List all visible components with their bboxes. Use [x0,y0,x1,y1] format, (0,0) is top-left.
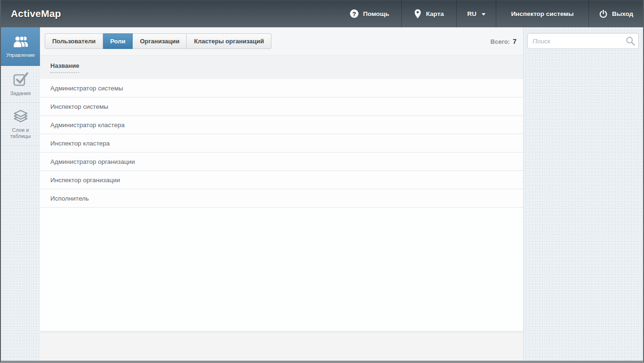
help-icon: ? [350,9,359,18]
table-footer [40,331,523,361]
search-box [527,33,639,49]
menu-label: Помощь [363,10,390,17]
main-panel: Пользователи Роли Организации Кластеры о… [40,27,524,361]
menu-item-help[interactable]: ? Помощь [337,0,401,27]
table-row[interactable]: Администратор организации [40,153,523,171]
total-value: 7 [513,38,517,45]
svg-text:?: ? [352,10,356,17]
table-row[interactable]: Инспектор кластера [40,134,523,153]
table-row[interactable]: Инспектор системы [40,97,523,116]
column-header-name[interactable]: Название [50,62,79,73]
menu-item-current-user[interactable]: Инспектор системы [496,0,588,27]
layers-icon [13,109,29,123]
sidebar-item-label: Задания [10,90,31,97]
table-row[interactable]: Инспектор организации [40,171,523,189]
power-icon [599,9,608,18]
top-bar: ActiveMap ? Помощь Карта [1,0,643,27]
checkbox-check-icon [13,72,29,87]
search-input[interactable] [527,33,639,49]
tab-org-clusters[interactable]: Кластеры организаций [187,33,271,49]
sidebar-item-label: Слои и таблицы [2,127,39,139]
menu-item-language[interactable]: RU [456,0,496,27]
table-row[interactable]: Администратор кластера [40,116,523,134]
tab-group: Пользователи Роли Организации Кластеры о… [45,33,271,49]
menu-item-map[interactable]: Карта [401,0,456,27]
sidebar-item-layers-tables[interactable]: Слои и таблицы [1,103,40,146]
sidebar-item-management[interactable]: Управление [1,27,40,66]
table-row[interactable]: Администратор системы [40,79,523,97]
tab-organizations[interactable]: Организации [133,33,187,49]
table-row[interactable]: Исполнитель [40,189,523,208]
search-panel [524,27,643,361]
tab-roles[interactable]: Роли [103,33,133,49]
table-header: Название [40,55,523,79]
caret-down-icon [482,13,485,16]
sidebar-item-label: Управление [6,52,35,58]
menu-label: Карта [426,10,444,17]
search-icon[interactable] [626,36,635,46]
sidebar: Управление Задания [1,27,40,361]
users-group-icon [12,35,30,48]
menu-label: RU [467,10,477,17]
tab-users[interactable]: Пользователи [45,33,103,49]
table-empty-area [40,208,523,331]
app-window: ActiveMap ? Помощь Карта [0,0,644,363]
tab-bar: Пользователи Роли Организации Кластеры о… [40,27,523,55]
menu-label: Инспектор системы [511,10,573,17]
top-menu: ? Помощь Карта RU Инспектор системы [337,0,643,27]
sidebar-item-tasks[interactable]: Задания [1,66,40,103]
menu-label: Выход [612,10,633,17]
app-logo: ActiveMap [1,8,61,19]
total-label: Всего: [491,38,510,45]
map-pin-icon [414,9,421,19]
menu-item-logout[interactable]: Выход [588,0,643,27]
body: Управление Задания [1,27,643,361]
total-counter: Всего: 7 [491,38,517,45]
